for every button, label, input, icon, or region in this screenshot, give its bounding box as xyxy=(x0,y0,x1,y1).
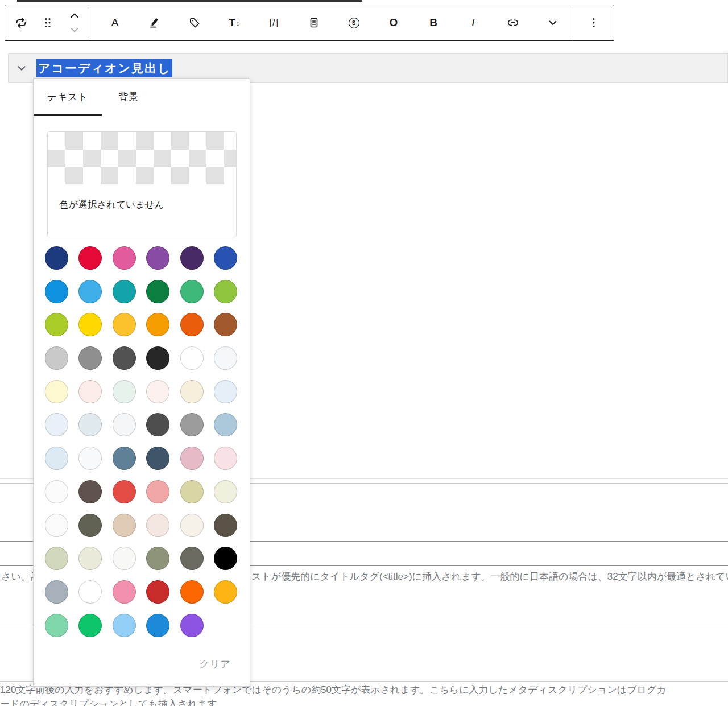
color-swatch[interactable] xyxy=(146,346,169,370)
color-swatch[interactable] xyxy=(214,380,237,403)
accordion-title-text[interactable]: アコーディオン見出し xyxy=(36,59,172,77)
color-swatch[interactable] xyxy=(113,346,136,370)
color-swatch[interactable] xyxy=(78,413,102,436)
color-swatch[interactable] xyxy=(146,246,169,270)
document-icon xyxy=(307,16,321,30)
color-swatch[interactable] xyxy=(78,580,102,604)
color-swatch[interactable] xyxy=(146,614,169,637)
tab-background-color[interactable]: 背景 xyxy=(102,79,156,116)
color-swatch[interactable] xyxy=(214,313,237,336)
color-swatch[interactable] xyxy=(214,547,237,570)
color-swatch[interactable] xyxy=(45,580,68,604)
color-swatch[interactable] xyxy=(214,514,237,537)
color-preview-card: 色が選択されていません xyxy=(47,131,237,237)
shortcode-button[interactable]: [/] xyxy=(254,9,294,36)
color-swatch[interactable] xyxy=(113,246,136,270)
color-swatch[interactable] xyxy=(113,614,136,637)
italic-button[interactable]: I xyxy=(453,9,493,36)
color-swatch[interactable] xyxy=(78,380,102,403)
color-swatch[interactable] xyxy=(78,447,102,470)
transparency-checker xyxy=(48,132,236,184)
tab-text-color[interactable]: テキスト xyxy=(34,79,102,116)
color-swatch[interactable] xyxy=(180,580,204,604)
drag-handle[interactable] xyxy=(41,16,55,30)
color-swatch[interactable] xyxy=(113,313,136,336)
color-swatch[interactable] xyxy=(214,413,237,436)
color-swatch[interactable] xyxy=(45,614,68,637)
color-swatch[interactable] xyxy=(214,246,237,270)
color-swatch[interactable] xyxy=(180,614,204,637)
color-swatch[interactable] xyxy=(45,447,68,470)
block-movers xyxy=(68,8,81,38)
color-swatch[interactable] xyxy=(146,380,169,403)
color-swatch[interactable] xyxy=(146,447,169,470)
color-swatch[interactable] xyxy=(78,313,102,336)
highlighter-button[interactable] xyxy=(135,9,175,36)
more-formats-button[interactable] xyxy=(533,9,573,36)
color-swatch[interactable] xyxy=(146,547,169,570)
color-swatch[interactable] xyxy=(214,447,237,470)
drag-dots-icon xyxy=(41,16,55,30)
font-family-button[interactable]: A xyxy=(95,9,135,36)
color-swatch[interactable] xyxy=(78,614,102,637)
color-swatch[interactable] xyxy=(45,547,68,570)
clear-color-button[interactable]: クリア xyxy=(200,658,231,671)
color-swatch[interactable] xyxy=(180,413,204,436)
color-swatch[interactable] xyxy=(146,280,169,303)
color-swatch[interactable] xyxy=(113,413,136,436)
color-swatch[interactable] xyxy=(180,514,204,537)
color-swatch[interactable] xyxy=(45,280,68,303)
color-swatch[interactable] xyxy=(78,514,102,537)
color-swatch[interactable] xyxy=(78,346,102,370)
color-swatch[interactable] xyxy=(78,547,102,570)
color-swatch[interactable] xyxy=(113,547,136,570)
color-swatch[interactable] xyxy=(45,413,68,436)
color-swatch[interactable] xyxy=(146,580,169,604)
color-swatch[interactable] xyxy=(113,280,136,303)
color-swatch[interactable] xyxy=(214,580,237,604)
color-swatch[interactable] xyxy=(45,480,68,503)
color-swatch[interactable] xyxy=(146,514,169,537)
color-swatch[interactable] xyxy=(214,480,237,503)
color-swatch[interactable] xyxy=(180,480,204,503)
memo-button[interactable] xyxy=(294,9,334,36)
color-swatch[interactable] xyxy=(113,447,136,470)
color-swatch[interactable] xyxy=(214,280,237,303)
color-swatch[interactable] xyxy=(113,480,136,503)
chevron-up-icon xyxy=(68,9,81,22)
color-swatch[interactable] xyxy=(180,346,204,370)
color-swatch[interactable] xyxy=(45,380,68,403)
color-swatch[interactable] xyxy=(180,547,204,570)
color-swatch[interactable] xyxy=(146,313,169,336)
move-up-button[interactable] xyxy=(68,8,81,23)
font-size-button[interactable]: T↕ xyxy=(214,9,254,36)
tag-icon xyxy=(188,16,201,30)
options-group xyxy=(573,5,614,40)
link-button[interactable] xyxy=(493,9,533,36)
color-swatch[interactable] xyxy=(78,246,102,270)
price-button[interactable]: $ xyxy=(334,9,374,36)
color-swatch[interactable] xyxy=(180,280,204,303)
color-swatch[interactable] xyxy=(78,280,102,303)
tag-button[interactable] xyxy=(175,9,214,36)
color-swatch[interactable] xyxy=(113,380,136,403)
color-swatch[interactable] xyxy=(146,480,169,503)
color-swatch[interactable] xyxy=(180,313,204,336)
color-swatch[interactable] xyxy=(78,480,102,503)
move-down-button[interactable] xyxy=(68,23,81,38)
circle-mark-button[interactable]: O xyxy=(374,9,413,36)
color-swatch[interactable] xyxy=(146,413,169,436)
block-switcher-button[interactable] xyxy=(14,15,28,30)
options-button[interactable] xyxy=(587,16,601,30)
color-swatch[interactable] xyxy=(45,346,68,370)
color-swatch[interactable] xyxy=(214,346,237,370)
color-swatch[interactable] xyxy=(113,580,136,604)
color-swatch[interactable] xyxy=(45,313,68,336)
color-swatch[interactable] xyxy=(45,514,68,537)
color-swatch[interactable] xyxy=(180,447,204,470)
color-swatch[interactable] xyxy=(180,246,204,270)
color-swatch[interactable] xyxy=(45,246,68,270)
bold-button[interactable]: B xyxy=(413,9,453,36)
color-swatch[interactable] xyxy=(180,380,204,403)
color-swatch[interactable] xyxy=(113,514,136,537)
